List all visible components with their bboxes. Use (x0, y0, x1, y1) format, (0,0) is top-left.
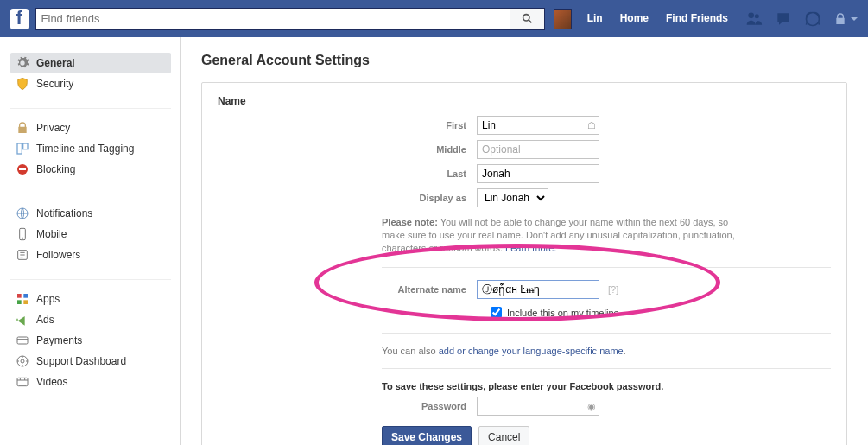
sidebar-item-support[interactable]: Support Dashboard (10, 351, 171, 372)
sidebar-item-label: Payments (36, 334, 82, 346)
sidebar-item-videos[interactable]: Videos (10, 372, 171, 392)
svg-rect-12 (17, 300, 22, 304)
cancel-button[interactable]: Cancel (478, 426, 529, 445)
sidebar-item-general[interactable]: General (10, 53, 171, 73)
sidebar-item-label: Videos (36, 376, 67, 388)
sidebar-item-label: Apps (36, 293, 60, 305)
password-prompt: To save these settings, please enter you… (382, 381, 831, 391)
sidebar-item-timeline[interactable]: Timeline and Tagging (10, 138, 171, 159)
globe-icon (16, 207, 29, 220)
nav-user-name[interactable]: Lin (579, 0, 611, 37)
last-name-field[interactable] (477, 164, 599, 183)
payments-icon (16, 334, 29, 347)
sidebar-item-mobile[interactable]: Mobile (10, 224, 171, 245)
friend-requests-icon[interactable] (745, 10, 763, 28)
include-timeline-label: Include this on my timeline (507, 308, 619, 318)
svg-rect-14 (17, 337, 28, 344)
label-first: First (218, 120, 477, 130)
label-alternate: Alternate name (218, 284, 477, 295)
avatar[interactable] (554, 9, 572, 29)
sidebar-item-label: Notifications (36, 207, 92, 219)
apps-icon (16, 292, 29, 306)
sidebar-item-payments[interactable]: Payments (10, 330, 171, 351)
section-name-label: Name (218, 95, 831, 107)
include-timeline-checkbox[interactable] (491, 307, 502, 318)
svg-rect-17 (17, 378, 28, 385)
password-eye-icon: ◉ (587, 401, 596, 412)
followers-icon (16, 248, 29, 262)
first-name-field[interactable] (477, 116, 599, 135)
svg-rect-3 (23, 143, 28, 149)
lang-text-pre: You can also (382, 346, 439, 356)
learn-more-link[interactable]: Learn more. (505, 243, 556, 253)
support-icon (16, 354, 29, 368)
sidebar-item-blocking[interactable]: Blocking (10, 159, 171, 180)
middle-name-field[interactable] (477, 140, 599, 159)
sidebar-item-label: Blocking (36, 163, 75, 175)
sidebar-item-label: Mobile (36, 228, 67, 240)
blocking-icon (16, 162, 29, 176)
shield-icon (16, 77, 29, 91)
label-last: Last (218, 168, 477, 179)
messages-icon[interactable] (775, 10, 792, 28)
timeline-icon (16, 142, 29, 156)
facebook-logo[interactable]: f (10, 9, 29, 29)
sidebar-item-label: Privacy (36, 122, 70, 134)
notifications-icon[interactable] (804, 10, 821, 28)
sidebar-item-ads[interactable]: Ads (10, 309, 171, 330)
svg-point-8 (22, 238, 22, 238)
svg-rect-10 (17, 294, 22, 298)
label-display-as: Display as (218, 193, 477, 203)
sidebar-item-followers[interactable]: Followers (10, 245, 171, 265)
label-middle: Middle (218, 144, 477, 155)
sidebar-item-label: Support Dashboard (36, 355, 126, 367)
sidebar-item-label: Ads (36, 314, 54, 326)
contact-card-icon: ☖ (587, 120, 596, 131)
lock-icon (16, 121, 29, 135)
password-field[interactable] (477, 397, 599, 416)
gear-icon (16, 56, 29, 70)
mobile-icon (16, 227, 29, 241)
name-change-note: Please note: You will not be able to cha… (382, 216, 753, 255)
sidebar-item-security[interactable]: Security (10, 73, 171, 94)
settings-content: General Account Settings Name First ☖ Mi… (181, 37, 868, 445)
sidebar-item-label: Followers (36, 249, 80, 261)
lock-icon (833, 12, 847, 26)
help-icon[interactable]: [?] (608, 284, 618, 295)
chevron-down-icon (851, 17, 858, 21)
svg-rect-5 (19, 168, 26, 170)
page-title: General Account Settings (201, 53, 847, 68)
lang-text-post: . (624, 346, 626, 356)
ads-icon (16, 313, 29, 327)
sidebar-item-label: Security (36, 78, 73, 90)
svg-rect-2 (17, 143, 22, 154)
svg-point-16 (21, 359, 24, 363)
svg-rect-11 (23, 294, 28, 298)
sidebar-item-notifications[interactable]: Notifications (10, 203, 171, 224)
label-password: Password (218, 401, 477, 411)
svg-line-1 (529, 20, 531, 22)
alternate-name-field[interactable] (477, 280, 599, 299)
language-name-link[interactable]: add or change your language-specific nam… (439, 346, 624, 356)
sidebar-item-label: General (36, 57, 75, 69)
nav-find-friends[interactable]: Find Friends (657, 0, 737, 37)
sidebar-item-label: Timeline and Tagging (36, 143, 134, 155)
settings-sidebar: General Security Privacy Timeline and Ta… (0, 37, 171, 445)
svg-rect-13 (23, 300, 28, 304)
search-icon (522, 13, 533, 24)
sidebar-item-privacy[interactable]: Privacy (10, 118, 171, 138)
search-button[interactable] (510, 9, 544, 29)
save-button[interactable]: Save Changes (382, 426, 472, 445)
settings-menu-button[interactable] (833, 12, 858, 26)
nav-home[interactable]: Home (611, 0, 657, 37)
videos-icon (16, 375, 29, 389)
sidebar-item-apps[interactable]: Apps (10, 289, 171, 309)
display-as-select[interactable]: Lin Jonah (477, 188, 548, 207)
search-input[interactable] (35, 8, 545, 30)
svg-point-0 (523, 15, 529, 21)
